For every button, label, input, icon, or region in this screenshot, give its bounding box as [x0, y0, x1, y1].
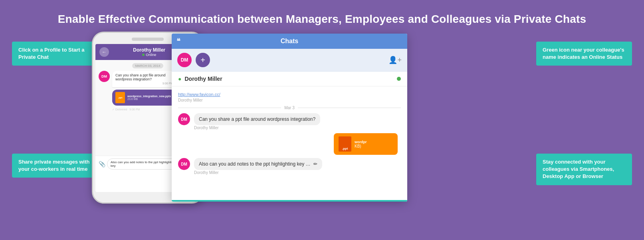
phone-notch [132, 38, 164, 41]
file-info: wordpress_integration_new.pptx 23.6 MB [127, 95, 171, 100]
attach-icon[interactable]: 📎 [99, 161, 105, 167]
date-divider: Mar 3 [178, 106, 401, 110]
desktop-chat-bubble: Can you share a ppt file around wordpres… [194, 113, 320, 125]
link-message[interactable]: http://www.favicon.cc/ [178, 92, 220, 97]
desktop-messages: http://www.favicon.cc/ Dorothy Miller Ma… [172, 86, 407, 179]
online-dot [142, 54, 145, 56]
desktop-file-info: wordpr KB) [355, 140, 367, 148]
sender-name: Dorothy Miller [178, 98, 401, 102]
desktop-dm-avatar: DM [178, 113, 190, 125]
new-chat-button[interactable]: + [196, 53, 210, 67]
desktop-attachment-row: .ppt wordpr KB) [178, 133, 398, 155]
desktop-header: ❝ Chats [172, 34, 407, 49]
phone-message-input[interactable]: Also can you add notes to the ppt highli… [107, 158, 180, 170]
desktop-file-card: .ppt wordpr KB) [334, 133, 398, 155]
quote-icon: ❝ [176, 37, 180, 46]
contact-name: Dorothy Miller [184, 76, 222, 82]
dm-avatar[interactable]: DM [177, 53, 192, 67]
desktop-top-bar: DM + 👤+ [172, 49, 407, 72]
desktop-chat-window: ❝ Chats DM + 👤+ ● Dorothy Miller http://… [172, 34, 407, 202]
chat-contact-header: ● Dorothy Miller [172, 72, 407, 86]
chat-date: MARCH 03, 2014 [132, 63, 164, 68]
chat-bubble: Can you share a ppt file around wordpres… [112, 71, 176, 87]
desktop-file-icon: .ppt [339, 136, 351, 152]
callout-right-bottom: Stay connected with your colleagues via … [536, 154, 632, 185]
message-time: 9:06 PM [115, 82, 173, 85]
callout-left-top: Click on a Profile to Start a Private Ch… [12, 42, 100, 66]
add-person-icon[interactable]: 👤+ [388, 56, 402, 64]
last-message-sender: Dorothy Miller [194, 170, 322, 175]
back-button[interactable]: ← [99, 47, 109, 57]
bottom-accent-line [172, 200, 407, 202]
online-status-dot-right [397, 77, 401, 81]
last-message-bubble: Also can you add notes to the ppt highli… [194, 158, 322, 170]
contact-online-icon: ● [178, 76, 181, 82]
callout-left-bottom: Share private messages with your co-work… [12, 154, 100, 178]
toolbar-right: 👤+ [388, 56, 402, 64]
avatar-dm: DM [99, 71, 110, 82]
last-message-avatar: DM [178, 158, 190, 170]
chat-title: Chats [281, 38, 298, 45]
desktop-sender: Dorothy Miller [194, 126, 320, 130]
file-icon: .ppt [115, 92, 125, 103]
pencil-icon: ✏ [313, 161, 317, 167]
last-message-row: DM Also can you add notes to the ppt hig… [178, 158, 401, 175]
link-message-row: http://www.favicon.cc/ Dorothy Miller [178, 90, 401, 102]
desktop-msg-row: DM Can you share a ppt file around wordp… [178, 113, 401, 130]
page-title: Enable Effective Communication between M… [0, 0, 644, 34]
callout-right-top: Green icon near your colleague's name in… [536, 42, 632, 66]
